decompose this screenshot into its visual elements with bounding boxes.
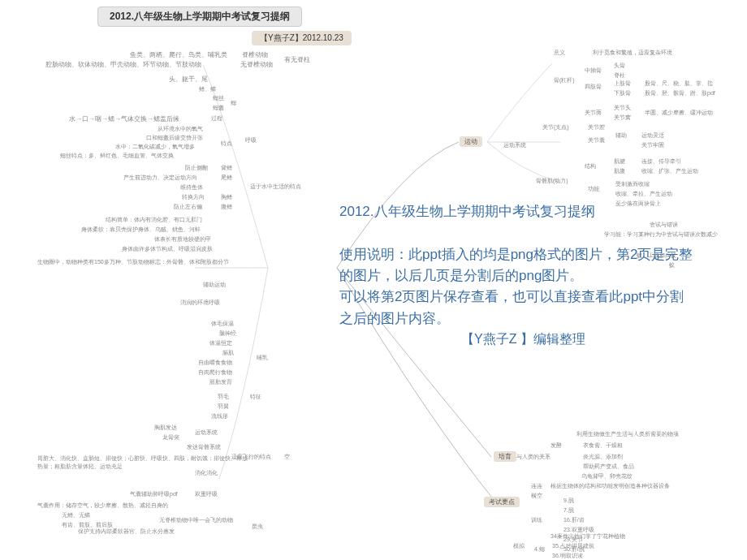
- mm-node: 23.双重呼吸: [563, 526, 594, 534]
- mm-node: 36.明取识读: [552, 552, 583, 560]
- mm-node: 利用生物做生产生活与人类所需要的物项: [576, 430, 679, 438]
- mm-node: 模拟: [513, 542, 525, 550]
- mm-node: 呼吸: [245, 136, 257, 144]
- mm-node: 防止侧翻: [185, 164, 208, 172]
- mm-node: 气囊辅助肺呼吸pdf: [130, 490, 178, 498]
- mm-node: 关节窝: [614, 114, 631, 122]
- mm-node: 关节面: [585, 109, 602, 117]
- mm-node: 头骨: [614, 62, 625, 70]
- mm-node: 结构: [585, 162, 596, 170]
- mm-node: 收缩、扩张、产生运动: [641, 167, 698, 175]
- overlay-line-2: 使用说明：此ppt插入的均是png格式的图片，第2页是完整的图片，以后几页是分割…: [339, 244, 697, 287]
- mm-node: 骨骼肌(动力): [536, 177, 568, 185]
- mm-node: 辅助: [615, 131, 627, 140]
- overlay-description: 2012.八年级生物上学期期中考试复习提纲 使用说明：此ppt插入的均是png格…: [339, 201, 697, 350]
- overlay-line-3: 可以将第2页图片保存查看，也可以直接查看此ppt中分割之后的图片内容。: [339, 286, 697, 330]
- mm-node: 关节头: [614, 104, 631, 112]
- mm-node: 炎光源、添加剂: [583, 453, 623, 461]
- mm-node: 生物圈中，动物种类有150多万种、节肢动物标志：外骨骼、体和附肢都分节: [37, 258, 273, 266]
- mm-node: 适应飞行的特点: [231, 453, 271, 461]
- mm-node: 肌腹: [614, 167, 625, 175]
- mm-node: 产生前进动力、决定运动方向: [123, 174, 197, 182]
- mm-node: 羽毛: [218, 393, 229, 401]
- mm-node: 运动系统: [503, 141, 526, 149]
- mm-node: 脑神经: [219, 330, 236, 338]
- mm-node: 发达骨骼系统: [187, 443, 221, 451]
- mm-node: 转换方向: [182, 193, 205, 201]
- mm-node: 运动系统: [195, 429, 218, 437]
- branch-cultivation: 培育: [494, 451, 516, 462]
- mm-node: 双重呼吸: [195, 490, 218, 498]
- mm-node: 背鳍: [221, 164, 232, 172]
- mm-node: 体表长有质地较硬的甲: [154, 235, 211, 243]
- overlay-author-line: 【Y燕子Z 】编辑整理: [339, 330, 697, 350]
- mm-node: 7.脱: [563, 506, 574, 515]
- mm-node: 适于水中生活的特点: [250, 183, 301, 191]
- mm-node: 功能: [588, 185, 599, 193]
- mm-node: 气囊作用：储存空气，较少摩擦、散热、减轻自身的: [37, 502, 168, 510]
- mm-node: 鳃丝: [213, 94, 224, 102]
- mm-node: 关节(支点): [542, 123, 569, 131]
- mm-node: 口和鳃盖后缘交替开张: [146, 134, 203, 142]
- mm-node: 股骨、胫、髌骨、跗、肢pdf: [645, 89, 715, 97]
- mm-node: 鳍、鳞: [199, 85, 216, 93]
- mm-node: 乌龟背甲、卵壳花纹: [581, 472, 633, 480]
- mm-node: 无鳍、无鳞: [62, 511, 90, 519]
- mm-node: 四肢骨: [585, 83, 602, 91]
- mm-node: 鱼类、两栖、爬行、鸟类、哺乳类: [130, 50, 227, 59]
- mm-node: 空: [284, 453, 290, 461]
- mm-node: 胚胎发育: [209, 378, 232, 386]
- mm-node: 34案件出他们掌了宁花种植物: [551, 532, 625, 541]
- mm-node: 腔肠动物、软体动物、甲壳动物、环节动物、节肢动物: [45, 60, 201, 69]
- mm-node: 羽翼: [218, 403, 229, 411]
- mm-node: 横空: [531, 492, 542, 500]
- overlay-author: 【Y燕子Z 】编辑整理: [461, 332, 585, 346]
- mm-node: 过程: [211, 114, 222, 123]
- mm-node: 胸鳍: [221, 193, 232, 201]
- mm-node: 30.肝/脱: [563, 545, 585, 554]
- mm-node: 自由嚼食食物: [198, 359, 232, 367]
- mm-node: 中轴骨: [585, 67, 602, 75]
- mm-node: 上肢骨: [614, 80, 631, 88]
- mm-node: 脊椎动物: [242, 50, 268, 59]
- mm-node: 体温恒定: [209, 339, 232, 347]
- mm-node: 鳃: [231, 99, 236, 107]
- mm-node: 利于觅食和繁殖，适应复杂环境: [593, 49, 672, 57]
- mm-node: 受刺激而收缩: [615, 180, 650, 188]
- mm-node: 收缩、牵拉、产生运动: [615, 190, 672, 198]
- mm-node: 下肢骨: [614, 89, 631, 97]
- mm-node: 胃脏大、消化快、直肠短、排便快；心脏快、呼吸快、四肢，耐饥饿：排便快、释放热量；…: [37, 454, 248, 471]
- mm-node: 训练: [531, 516, 542, 524]
- mm-node: 身体由许多体节构成、呼吸湿润皮肤: [122, 245, 213, 253]
- mm-node: 脊柱: [614, 71, 625, 80]
- mm-node: 胸肌发达: [154, 424, 177, 432]
- mm-node: 特点: [221, 140, 232, 148]
- mm-node: 辅助运动: [203, 281, 226, 289]
- mm-node: 帮助药产变成、食品: [583, 463, 634, 471]
- branch-motion: 运动: [460, 136, 482, 147]
- mm-node: 结构简单：体内有消化腔、有口无肛门: [106, 216, 202, 224]
- mm-node: 发酵: [551, 442, 562, 450]
- mm-node: 意义: [554, 49, 565, 57]
- mm-node: 保护支持内部柔软器官、防止水分蒸发: [78, 528, 175, 536]
- mm-node: 无脊椎动物: [240, 60, 273, 69]
- mm-node: 消化消化: [195, 469, 218, 477]
- mm-node: 运动灵活: [641, 131, 664, 140]
- mm-node: 16.肝/齿: [563, 516, 585, 524]
- branch-exam: 考试要点: [484, 497, 520, 507]
- mm-node: 流线形: [211, 412, 228, 420]
- mm-node: 鳃丝特点：多、鲜红色、毛细血管、气体交换: [60, 152, 174, 160]
- page-title: 2012.八年级生物上学期期中考试复习提纲: [97, 6, 302, 27]
- mm-node: 维持鱼体: [180, 183, 203, 192]
- mm-node: 35.占约排居建筑: [552, 542, 594, 550]
- mm-node: 防止左右偏: [174, 203, 202, 211]
- mm-node: 衣食需、干燥粗: [583, 442, 623, 450]
- mm-node: 膈肌: [222, 349, 234, 357]
- mm-node: 腹鳍: [221, 203, 232, 211]
- mm-node: 有无脊柱: [284, 55, 310, 64]
- mm-node: 连连: [531, 482, 542, 490]
- mm-node: 水→口→咽→鳃→气体交换→鳃盖后缘: [69, 114, 179, 123]
- mm-node: 尾鳍: [221, 174, 232, 182]
- mm-node: 与人类的关系: [516, 453, 551, 461]
- mm-node: 头、躯干、尾: [169, 75, 208, 84]
